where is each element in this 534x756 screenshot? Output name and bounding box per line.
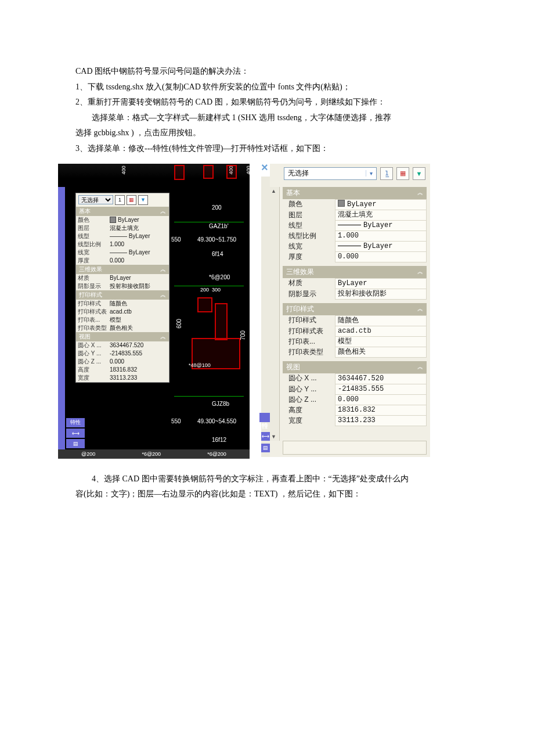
section-header-basic[interactable]: 基本︽: [283, 187, 427, 199]
property-value[interactable]: 颜色相关: [110, 324, 167, 332]
property-value[interactable]: acad.ctb: [335, 326, 427, 337]
property-key: 打印表类型: [78, 324, 110, 332]
section-header-print[interactable]: 打印样式︽: [76, 290, 169, 300]
filter-icon[interactable]: ▼: [413, 167, 425, 180]
property-value[interactable]: 颜色相关: [335, 347, 427, 358]
quickselect-icon[interactable]: ▦: [127, 195, 136, 205]
toggle-pick-icon[interactable]: 1: [115, 195, 125, 205]
chevron-down-icon[interactable]: ▾: [366, 170, 376, 177]
property-key: 高度: [78, 366, 110, 374]
property-row: 宽度33113.233: [283, 416, 427, 426]
property-value[interactable]: ByLayer: [335, 242, 427, 252]
property-value[interactable]: ——— ByLayer: [110, 232, 167, 240]
scroll-down-icon[interactable]: ▼: [271, 434, 276, 440]
property-row: 材质ByLayer: [76, 274, 169, 282]
paragraph: 容(比如：文字)；图层—右边显示的内容(比如是：TEXT) ，然后记住，如下图：: [75, 487, 464, 502]
property-value[interactable]: 33113.233: [335, 416, 427, 426]
property-value[interactable]: 3634467.520: [335, 373, 427, 384]
property-value[interactable]: -214835.555: [110, 350, 167, 358]
element-label: GAZ1b': [209, 223, 229, 229]
property-value[interactable]: 0.000: [335, 252, 427, 262]
property-key: 圆心 X ...: [78, 341, 110, 350]
property-value[interactable]: 18316.832: [110, 366, 167, 374]
paragraph: 选择 gcbbig.shx ) ，点击应用按钮。: [75, 125, 464, 141]
property-value[interactable]: ByLayer: [335, 278, 427, 289]
properties-tab[interactable]: 特性: [66, 418, 85, 427]
property-row: 厚度0.000: [283, 252, 427, 262]
nav-icon[interactable]: ▤: [261, 444, 270, 452]
section-header-basic[interactable]: 基本︽: [76, 207, 169, 216]
dimension-label: 200 300: [200, 287, 221, 293]
property-value[interactable]: 混凝土填充: [110, 224, 167, 232]
nav-icon[interactable]: ⟷: [66, 429, 85, 438]
property-key: 宽度: [288, 416, 335, 426]
property-value[interactable]: 随颜色: [110, 300, 167, 308]
section-header-3d[interactable]: 三维效果︽: [76, 265, 169, 274]
property-value[interactable]: ByLayer: [110, 274, 167, 282]
property-row: 圆心 Y ...-214835.555: [76, 350, 169, 358]
property-row: 圆心 X ...3634467.520: [76, 341, 169, 350]
property-key: 圆心 Y ...: [78, 350, 110, 358]
selection-combo[interactable]: 无选择 ▾: [284, 167, 377, 180]
close-icon[interactable]: ×: [261, 161, 268, 174]
property-key: 线宽: [288, 242, 335, 252]
status-item: *6@200: [207, 451, 226, 457]
property-key: 线宽: [78, 249, 110, 257]
property-value[interactable]: ByLayer: [110, 216, 167, 224]
property-value[interactable]: 混凝土填充: [335, 210, 427, 221]
property-value[interactable]: ——— ByLayer: [110, 249, 167, 257]
filter-icon[interactable]: ▼: [138, 195, 148, 205]
section-header-view[interactable]: 视图︽: [76, 332, 169, 341]
property-value[interactable]: 3634467.520: [110, 341, 167, 350]
property-row: 打印表类型颜色相关: [76, 324, 169, 332]
cad-screenshot-left: 400 400 400 200 GAZ1b' 49.300~51.750 6f1…: [58, 164, 250, 459]
property-value[interactable]: 1.000: [335, 231, 427, 242]
selection-value: 无选择: [284, 168, 366, 178]
section-header-print[interactable]: 打印样式︽: [283, 303, 427, 315]
property-key: 厚度: [78, 257, 110, 265]
status-bar: @200 *6@200 *6@200: [58, 449, 250, 459]
properties-tab[interactable]: 特性: [259, 413, 270, 422]
property-row: 线型比例1.000: [76, 240, 169, 249]
dimension-label: 400: [246, 165, 250, 174]
property-value[interactable]: 18316.832: [335, 405, 427, 416]
nav-icon[interactable]: ▤: [66, 439, 85, 448]
property-row: 打印表类型颜色相关: [283, 347, 427, 358]
nav-icon[interactable]: ⟷: [261, 432, 270, 441]
property-key: 图层: [78, 224, 110, 232]
toggle-pick-icon[interactable]: 1̲: [380, 167, 393, 180]
selection-combo[interactable]: 无选择: [78, 195, 113, 204]
property-row: 线宽——— ByLayer: [76, 249, 169, 257]
property-row: 线型——— ByLayer: [76, 232, 169, 240]
property-value[interactable]: 0.000: [335, 395, 427, 405]
property-key: 高度: [288, 405, 335, 416]
property-value[interactable]: 投射和接收阴影: [110, 282, 167, 290]
property-row: 线型ByLayer: [283, 221, 427, 231]
property-value[interactable]: 0.000: [110, 257, 167, 265]
property-value[interactable]: 1.000: [110, 240, 167, 249]
property-key: 打印表...: [288, 337, 335, 347]
property-row: 打印样式表acad.ctb: [283, 326, 427, 337]
property-key: 打印样式表: [288, 326, 335, 337]
property-value[interactable]: 模型: [110, 316, 167, 324]
property-key: 线型比例: [288, 231, 335, 242]
property-key: 颜色: [288, 199, 335, 210]
property-value[interactable]: 模型: [335, 337, 427, 347]
section-header-3d[interactable]: 三维效果︽: [283, 266, 427, 278]
property-value[interactable]: acad.ctb: [110, 308, 167, 316]
property-value[interactable]: -214835.555: [335, 384, 427, 395]
property-row: 打印样式随颜色: [76, 300, 169, 308]
property-row: 高度18316.832: [76, 366, 169, 374]
section-header-view[interactable]: 视图︽: [283, 361, 427, 373]
status-item: @200: [81, 451, 95, 457]
property-value[interactable]: 投射和接收阴影: [335, 289, 427, 300]
property-value[interactable]: 33113.233: [110, 374, 167, 382]
quickselect-icon[interactable]: ▦: [396, 167, 409, 180]
property-value[interactable]: 随颜色: [335, 315, 427, 326]
scroll-up-icon[interactable]: ▲: [271, 188, 276, 194]
property-value[interactable]: ByLayer: [335, 221, 427, 231]
property-value[interactable]: ByLayer: [335, 199, 427, 210]
property-value[interactable]: 0.000: [110, 358, 167, 366]
property-key: 线型: [288, 221, 335, 231]
scrollbar[interactable]: ▲ ▼: [270, 187, 280, 441]
